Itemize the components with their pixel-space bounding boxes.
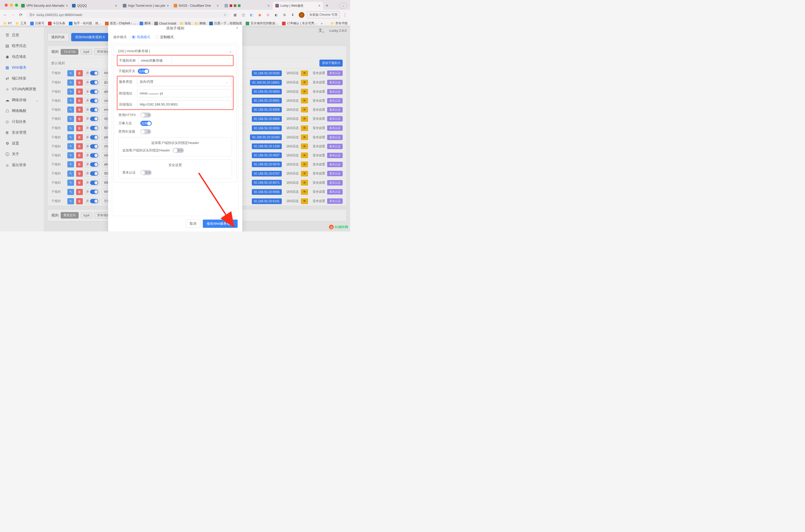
field-label-switch: 子规则开关 <box>118 69 135 74</box>
browser-tab-active[interactable]: Lucky | Web服务× <box>273 2 323 10</box>
download-icon[interactable]: ⬇ <box>290 13 295 17</box>
field-label-front: 前端地址 <box>119 91 134 96</box>
backend-addr-input[interactable] <box>137 100 231 108</box>
bookmark-item[interactable]: 知乎 - 有问题，就… <box>69 21 101 25</box>
tab-label: Lucky | Web服务 <box>281 4 304 8</box>
modal-overlay[interactable]: 添加子规则 × 操作模式 简易模式 定制模式 [16] [ minio对象存储 … <box>0 25 350 231</box>
bookmark-item[interactable]: 安全储存您的数据… <box>246 21 279 25</box>
header-toggle[interactable]: 禁用 <box>173 148 184 153</box>
security-panel: 安全设置 基本认证 禁用 <box>118 159 232 178</box>
bookmark-item[interactable]: Cloud Install <box>154 22 176 25</box>
tab-label: QQQQ <box>77 4 87 7</box>
favicon-icon <box>174 4 177 7</box>
collapse-title: [16] [ minio对象存储 ] <box>118 49 150 53</box>
window-maximize-icon[interactable] <box>15 4 18 7</box>
extension-icon[interactable]: ▦ <box>233 13 237 17</box>
folder-icon: 📁 <box>3 22 7 25</box>
subrule-switch-toggle[interactable]: 启用 <box>138 69 149 74</box>
window-minimize-icon[interactable] <box>10 4 13 7</box>
url-input[interactable]: ☰≡ lucky.1945251.xyz:8880/#/web ☆ <box>26 12 230 18</box>
close-icon[interactable]: × <box>236 25 239 31</box>
cancel-button[interactable]: 取消 <box>186 220 200 228</box>
confirm-button[interactable]: 修改Web服务规则 <box>203 220 237 228</box>
close-icon[interactable]: × <box>167 4 169 8</box>
tab-label: VPN Security and Alternativ <box>26 4 64 7</box>
watermark-text: DZ插件网 <box>334 225 348 229</box>
close-icon[interactable]: × <box>115 4 117 8</box>
radio-custom-mode[interactable]: 定制模式 <box>155 35 174 39</box>
header-panel-title: 追加客户端协议头到指定Header <box>122 140 228 145</box>
favicon-icon <box>105 22 109 25</box>
folder-icon: 📁 <box>194 22 198 25</box>
profile-avatar[interactable] <box>299 12 304 18</box>
bookmark-item[interactable]: 📁论坛 <box>180 21 191 25</box>
tab-label: Argo Tunnel error | nas.ydx <box>128 4 166 7</box>
favicon-icon <box>246 22 249 25</box>
modal-header: 添加子规则 × <box>108 25 242 33</box>
bookmark-item[interactable]: 翻译 <box>139 21 151 25</box>
basic-auth-toggle[interactable]: 禁用 <box>140 170 152 175</box>
reload-button[interactable]: ⟳ <box>18 13 23 18</box>
browser-tab[interactable]: QQQQ× <box>70 2 120 10</box>
chrome-update-button[interactable]: 有新版 Chrome 可用 <box>307 11 340 18</box>
all-bookmarks-button[interactable]: 📁所有书签 <box>330 21 348 25</box>
bookmark-overflow-icon[interactable]: » <box>321 22 323 25</box>
disable-http3-toggle[interactable]: 否 <box>140 113 151 118</box>
browser-tab[interactable]: Argo Tunnel error | nas.ydx× <box>120 2 171 10</box>
window-close-icon[interactable] <box>5 4 8 7</box>
close-icon[interactable]: × <box>268 4 270 8</box>
site-info-icon[interactable]: ☰≡ <box>30 13 35 17</box>
browser-tab[interactable]: × <box>222 2 272 10</box>
subrule-name-input[interactable] <box>138 57 172 64</box>
extension-icon[interactable]: ◐ <box>274 13 279 17</box>
favicon-icon <box>48 22 52 25</box>
browser-tab[interactable]: NASS - Cloudflare One× <box>171 2 222 10</box>
extension-icon[interactable]: ◧ <box>249 13 254 17</box>
header-row-label: 追加客户端协议头到指定Header <box>122 148 170 153</box>
tab-label: NASS - Cloudflare One <box>179 4 211 7</box>
radio-simple-mode[interactable]: 简易模式 <box>132 35 150 39</box>
url-text: lucky.1945251.xyz:8880/#/web <box>37 13 222 17</box>
field-label-longconn: 禁用长连接 <box>118 129 138 134</box>
tab-overflow-button[interactable]: ⌄ <box>339 3 347 9</box>
field-label-wsdj: 万事大吉 <box>118 121 138 126</box>
bookmark-item[interactable]: 订单确认 | 东京宅男… <box>282 21 318 25</box>
inner-panel: [16] [ minio对象存储 ] ⌄ 子规则名称 子规则开关 启用 服务类型 <box>114 45 237 183</box>
service-type-select[interactable]: 反向代理 ⌄ <box>137 77 231 86</box>
chevron-down-icon: ⌄ <box>229 49 232 53</box>
bookmark-item[interactable]: 📁工具 <box>16 21 26 25</box>
disable-longconn-toggle[interactable]: 否 <box>140 129 151 134</box>
bookmark-item[interactable]: 首页 - Chiphell - … <box>105 21 136 25</box>
tab-strip: VPN Security and Alternativ× QQQQ× Argo … <box>0 0 350 10</box>
new-tab-button[interactable]: + <box>324 2 330 10</box>
frontend-addr-input[interactable]: minio▬▬▬yz <box>137 89 231 97</box>
extension-icon[interactable]: ⧉ <box>282 13 287 17</box>
bookmark-item[interactable]: 百家号 <box>30 21 44 25</box>
close-icon[interactable]: × <box>66 4 68 8</box>
header-panel: 追加客户端协议头到指定Header 追加客户端协议头到指定Header 禁用 <box>118 137 232 156</box>
extension-icon[interactable]: ⊞ <box>266 13 270 17</box>
address-bar: ← → ⟳ ☰≡ lucky.1945251.xyz:8880/#/web ☆ … <box>0 10 350 20</box>
close-icon[interactable]: × <box>319 4 321 8</box>
kebab-menu-icon[interactable]: ⋮ <box>342 13 347 18</box>
back-button[interactable]: ← <box>3 13 8 18</box>
favicon-icon <box>282 22 286 25</box>
bookmark-item[interactable]: 📁PT <box>3 22 12 25</box>
browser-tab[interactable]: VPN Security and Alternativ× <box>19 2 69 10</box>
close-icon[interactable]: × <box>217 4 219 8</box>
favicon-icon <box>30 22 34 25</box>
modal-title: 添加子规则 <box>166 26 184 31</box>
favicon-icon <box>21 4 25 7</box>
wsdj-toggle[interactable]: 启用 <box>140 121 152 126</box>
favicon-icon <box>139 22 143 25</box>
bookmark-item[interactable]: 百度一下，你就知道 <box>209 21 242 25</box>
extension-icon[interactable]: ◉ <box>257 13 262 17</box>
bookmark-star-icon[interactable]: ☆ <box>224 13 227 17</box>
favicon-icon <box>154 22 158 25</box>
forward-button[interactable]: → <box>10 13 16 18</box>
security-panel-title: 安全设置 <box>122 163 228 168</box>
bookmark-item[interactable]: 📁购物 <box>194 21 206 25</box>
bookmark-item[interactable]: 今日头条 <box>48 21 65 25</box>
extension-icon[interactable]: ◫ <box>241 13 246 17</box>
highlighted-box-2: 服务类型 反向代理 ⌄ 前端地址 minio▬▬▬yz 后端地址 <box>117 76 233 110</box>
